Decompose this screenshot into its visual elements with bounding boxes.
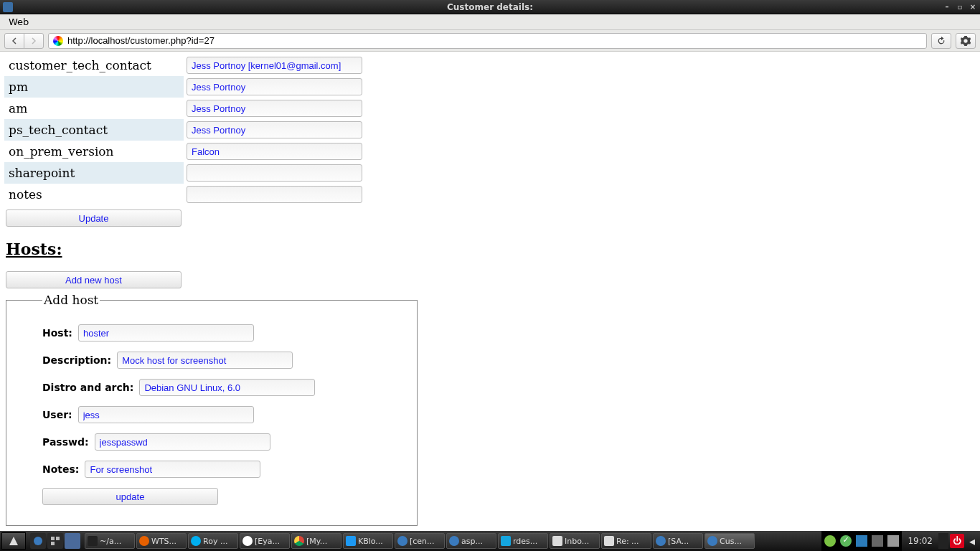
rdp-icon <box>501 536 511 546</box>
form-row: customer_tech_contact <box>4 55 365 76</box>
tray-dropbox-icon[interactable] <box>856 535 867 547</box>
task-label: [SA... <box>668 537 689 546</box>
customer_tech_contact-input[interactable] <box>187 57 362 74</box>
task-item[interactable]: KBlo... <box>343 533 393 549</box>
add-new-host-button[interactable]: Add new host <box>6 271 182 288</box>
field-label: sharepoint <box>4 162 184 184</box>
update-button[interactable]: Update <box>6 209 182 227</box>
task-item[interactable]: Re: ... <box>601 533 651 549</box>
field-value-cell <box>184 76 365 98</box>
task-label: Re: ... <box>616 537 639 546</box>
tray-update-icon[interactable] <box>840 535 852 547</box>
terminal-icon <box>88 536 98 546</box>
start-button[interactable] <box>1 532 26 550</box>
mail-icon <box>552 536 562 546</box>
skype-icon <box>191 536 201 546</box>
forward-button[interactable] <box>24 33 44 49</box>
tray-volume-icon[interactable] <box>872 535 883 547</box>
reload-button[interactable] <box>931 33 951 49</box>
tray-misc-icon[interactable] <box>887 535 899 547</box>
task-item[interactable]: asp... <box>446 533 496 549</box>
task-item[interactable]: Inbo... <box>550 533 600 549</box>
maximize-icon[interactable]: ▫ <box>956 3 964 11</box>
clock-icon <box>242 536 253 546</box>
host-input[interactable] <box>78 324 254 342</box>
add-host-legend: Add host <box>42 293 100 307</box>
task-item[interactable]: Roy ... <box>188 533 238 549</box>
menu-web[interactable]: Web <box>4 15 33 29</box>
field-label: notes <box>4 184 184 205</box>
task-item[interactable]: rdes... <box>498 533 548 549</box>
form-row: on_prem_version <box>4 141 365 162</box>
window-title: Customer details: <box>447 2 533 12</box>
task-item[interactable]: [My... <box>291 533 341 549</box>
description-input[interactable] <box>117 352 293 369</box>
field-label: customer_tech_contact <box>4 55 184 76</box>
close-icon[interactable]: × <box>969 3 977 11</box>
favicon-icon <box>53 36 63 46</box>
app-icon <box>3 2 13 12</box>
page-content: customer_tech_contactpmamps_tech_contact… <box>0 52 980 531</box>
field-label: ps_tech_contact <box>4 119 184 141</box>
quick-desktop-icon[interactable] <box>30 533 46 549</box>
logout-button[interactable]: ⏻ <box>950 534 964 548</box>
task-item[interactable]: [cen... <box>395 533 445 549</box>
task-list: ~/a...WTS...Roy ...[Eya...[My...KBlo...[… <box>85 533 820 549</box>
distro-input[interactable] <box>139 379 315 396</box>
browser-toolbar <box>0 30 980 52</box>
passwd-label: Passwd: <box>42 436 89 448</box>
sharepoint-input[interactable] <box>187 164 362 182</box>
tray-network-icon[interactable] <box>824 535 836 547</box>
taskbar-clock[interactable]: 19:02 <box>903 536 937 546</box>
passwd-input[interactable] <box>95 433 270 451</box>
hosts-heading: Hosts: <box>6 240 980 258</box>
window-titlebar: Customer details: – ▫ × <box>0 0 980 14</box>
host-update-button[interactable]: update <box>42 488 218 505</box>
form-row: pm <box>4 76 365 98</box>
distro-label: Distro and arch: <box>42 382 133 393</box>
quick-active-icon[interactable] <box>65 533 80 549</box>
svg-rect-3 <box>51 542 55 545</box>
form-row: notes <box>4 184 365 205</box>
minimize-icon[interactable]: – <box>943 3 951 11</box>
taskbar: ~/a...WTS...Roy ...[Eya...[My...KBlo...[… <box>0 531 980 551</box>
host-label: Host: <box>42 327 72 339</box>
task-item[interactable]: WTS... <box>136 533 187 549</box>
ps_tech_contact-input[interactable] <box>187 121 362 138</box>
on_prem_version-input[interactable] <box>187 143 362 160</box>
notes-label: Notes: <box>42 463 79 475</box>
form-row: am <box>4 98 365 119</box>
form-row: ps_tech_contact <box>4 119 365 141</box>
task-label: Cus... <box>720 537 742 546</box>
quick-windows-icon[interactable] <box>47 533 63 549</box>
am-input[interactable] <box>187 100 362 117</box>
field-label: pm <box>4 76 184 98</box>
globe-icon <box>397 536 407 546</box>
kde-icon <box>346 536 356 546</box>
add-host-fieldset: Add host Host: Description: Distro and a… <box>6 293 418 526</box>
field-label: on_prem_version <box>4 141 184 162</box>
globe-icon <box>707 536 717 546</box>
task-item[interactable]: ~/a... <box>85 533 135 549</box>
url-input[interactable] <box>67 35 922 46</box>
task-label: asp... <box>461 537 483 546</box>
notes-input[interactable] <box>85 461 260 478</box>
settings-button[interactable] <box>956 33 976 49</box>
customer-form-table: customer_tech_contactpmamps_tech_contact… <box>4 55 365 205</box>
field-value-cell <box>184 141 365 162</box>
back-button[interactable] <box>4 33 24 49</box>
task-label: Inbo... <box>565 537 589 546</box>
taskbar-collapse-icon[interactable]: ◂ <box>966 534 979 548</box>
pm-input[interactable] <box>187 78 362 95</box>
user-input[interactable] <box>78 406 254 423</box>
address-bar[interactable] <box>48 33 927 49</box>
globe-icon <box>449 536 459 546</box>
task-label: Roy ... <box>203 537 227 546</box>
notes-input[interactable] <box>187 186 362 203</box>
field-value-cell <box>184 184 365 205</box>
task-label: WTS... <box>151 537 176 546</box>
task-item[interactable]: [Eya... <box>240 533 290 549</box>
task-item[interactable]: Cus... <box>705 533 755 549</box>
task-item[interactable]: [SA... <box>653 533 703 549</box>
tray-separator-icon <box>938 533 948 549</box>
